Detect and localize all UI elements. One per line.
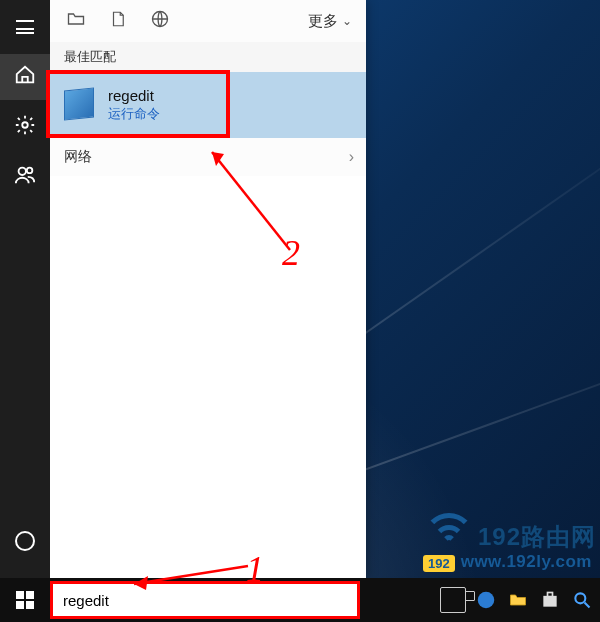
sidebar-people[interactable] xyxy=(0,154,50,200)
home-icon xyxy=(14,64,36,90)
svg-rect-10 xyxy=(548,593,553,597)
document-icon xyxy=(109,9,127,33)
tray-edge[interactable] xyxy=(472,578,500,622)
result-regedit[interactable]: regedit 运行命令 xyxy=(46,70,230,138)
sidebar-cortana[interactable] xyxy=(0,518,50,564)
gear-icon xyxy=(14,114,36,140)
chevron-right-icon: › xyxy=(349,148,354,166)
panel-header: 更多 ⌄ xyxy=(50,0,366,42)
taskbar xyxy=(0,578,600,622)
task-view-button[interactable] xyxy=(440,587,466,613)
regedit-icon xyxy=(64,88,94,121)
result-title: regedit xyxy=(108,86,160,106)
system-tray xyxy=(472,578,596,622)
watermark-badge: 192 xyxy=(423,555,455,572)
watermark: 192路由网 192 www.192ly.com xyxy=(423,513,596,572)
more-dropdown[interactable]: 更多 ⌄ xyxy=(300,1,360,41)
filter-web[interactable] xyxy=(140,1,180,41)
hamburger-button[interactable] xyxy=(0,4,50,50)
svg-point-0 xyxy=(22,122,28,128)
more-label: 更多 xyxy=(308,12,338,31)
svg-line-12 xyxy=(585,603,590,608)
section-best-match: 最佳匹配 xyxy=(50,42,366,72)
filter-folder[interactable] xyxy=(56,1,96,41)
panel-content: 更多 ⌄ 最佳匹配 regedit 运行命令 网络 › xyxy=(50,0,366,578)
tray-folder[interactable] xyxy=(504,578,532,622)
watermark-brand: 192路由网 xyxy=(478,523,596,550)
people-icon xyxy=(14,164,36,190)
windows-logo-icon xyxy=(16,591,34,609)
section-network-label: 网络 xyxy=(64,148,92,166)
svg-line-6 xyxy=(134,566,248,584)
wifi-icon xyxy=(423,513,475,553)
tray-store[interactable] xyxy=(536,578,564,622)
svg-point-2 xyxy=(27,168,33,174)
start-button[interactable] xyxy=(0,578,50,622)
search-panel: 更多 ⌄ 最佳匹配 regedit 运行命令 网络 › xyxy=(0,0,366,578)
folder-icon xyxy=(66,9,86,33)
taskbar-search-input[interactable] xyxy=(63,592,347,609)
tray-search[interactable] xyxy=(568,578,596,622)
globe-icon xyxy=(150,9,170,33)
svg-point-11 xyxy=(575,593,585,603)
cortana-ring-icon xyxy=(15,531,35,551)
annotation-arrow-2 xyxy=(200,140,310,270)
panel-sidebar xyxy=(0,0,50,578)
sidebar-home[interactable] xyxy=(0,54,50,100)
svg-point-1 xyxy=(19,168,26,175)
hamburger-icon xyxy=(16,20,34,34)
watermark-url: www.192ly.com xyxy=(461,552,592,572)
result-subtitle: 运行命令 xyxy=(108,106,160,123)
svg-point-8 xyxy=(478,592,495,609)
sidebar-settings[interactable] xyxy=(0,104,50,150)
svg-line-4 xyxy=(212,152,290,250)
annotation-arrow-1 xyxy=(120,560,260,590)
chevron-down-icon: ⌄ xyxy=(342,14,352,28)
svg-marker-7 xyxy=(134,576,148,590)
filter-document[interactable] xyxy=(98,1,138,41)
